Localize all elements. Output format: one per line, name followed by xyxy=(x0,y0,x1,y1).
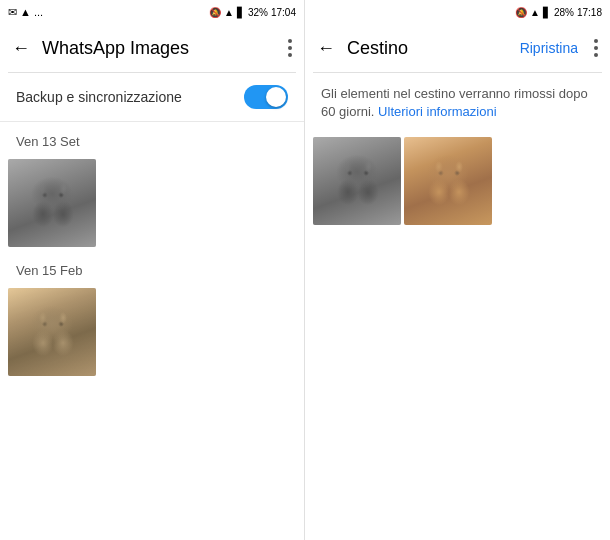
signal-icon-right: ▋ xyxy=(543,7,551,18)
more-options-button-right[interactable] xyxy=(590,35,602,61)
photo-thumb-bw-1[interactable] xyxy=(8,159,96,247)
trash-photo-grid xyxy=(305,133,610,229)
cat-image-sepia xyxy=(8,288,96,376)
page-title-left: WhatsApp Images xyxy=(42,38,276,59)
wifi-icon-right: ▲ xyxy=(530,7,540,18)
dot-r3 xyxy=(594,53,598,57)
wifi-icon: ▲ xyxy=(224,7,234,18)
backup-toggle[interactable] xyxy=(244,85,288,109)
signal-icon: ▋ xyxy=(237,7,245,18)
dot-r1 xyxy=(594,39,598,43)
battery-right: 28% xyxy=(554,7,574,18)
back-button-left[interactable]: ← xyxy=(8,34,34,63)
notification-icon: ✉ xyxy=(8,6,17,19)
top-bar-right: ← Cestino Ripristina xyxy=(305,24,610,72)
status-left-icons: ✉ ▲ ... xyxy=(8,6,43,19)
backup-row: Backup e sincronizzazione xyxy=(0,73,304,122)
section-header-2: Ven 15 Feb xyxy=(0,251,304,284)
trash-photo-bw[interactable] xyxy=(313,137,401,225)
dot1 xyxy=(288,39,292,43)
more-options-button-left[interactable] xyxy=(284,35,296,61)
right-panel: 🔕 ▲ ▋ 28% 17:18 ← Cestino Ripristina Gli… xyxy=(305,0,610,540)
more-status-icon: ... xyxy=(34,6,43,18)
mute-icon-right: 🔕 xyxy=(515,7,527,18)
mute-icon: 🔕 xyxy=(209,7,221,18)
backup-label: Backup e sincronizzazione xyxy=(16,89,182,105)
cat-image-bw xyxy=(8,159,96,247)
section-header-1: Ven 13 Set xyxy=(0,122,304,155)
left-panel: ✉ ▲ ... 🔕 ▲ ▋ 32% 17:04 ← WhatsApp Image… xyxy=(0,0,305,540)
status-right-icons: 🔕 ▲ ▋ 32% 17:04 xyxy=(209,7,296,18)
page-title-right: Cestino xyxy=(347,38,508,59)
photo-grid-2 xyxy=(0,284,304,380)
back-button-right[interactable]: ← xyxy=(313,34,339,63)
time-left: 17:04 xyxy=(271,7,296,18)
status-bar-left: ✉ ▲ ... 🔕 ▲ ▋ 32% 17:04 xyxy=(0,0,304,24)
restore-button[interactable]: Ripristina xyxy=(516,36,582,60)
trash-info-text: Gli elementi nel cestino verranno rimoss… xyxy=(305,73,610,133)
time-right: 17:18 xyxy=(577,7,602,18)
status-right-right-icons: 🔕 ▲ ▋ 28% 17:18 xyxy=(515,7,602,18)
top-bar-left: ← WhatsApp Images xyxy=(0,24,304,72)
status-bar-right: 🔕 ▲ ▋ 28% 17:18 xyxy=(305,0,610,24)
trash-photo-color[interactable] xyxy=(404,137,492,225)
photo-grid-1 xyxy=(0,155,304,251)
more-info-link[interactable]: Ulteriori informazioni xyxy=(378,104,496,119)
dot3 xyxy=(288,53,292,57)
battery-left: 32% xyxy=(248,7,268,18)
cat-trash-bw xyxy=(313,137,401,225)
dot-r2 xyxy=(594,46,598,50)
cat-trash-color xyxy=(404,137,492,225)
dot2 xyxy=(288,46,292,50)
photo-thumb-sepia-1[interactable] xyxy=(8,288,96,376)
upload-icon: ▲ xyxy=(20,6,31,18)
